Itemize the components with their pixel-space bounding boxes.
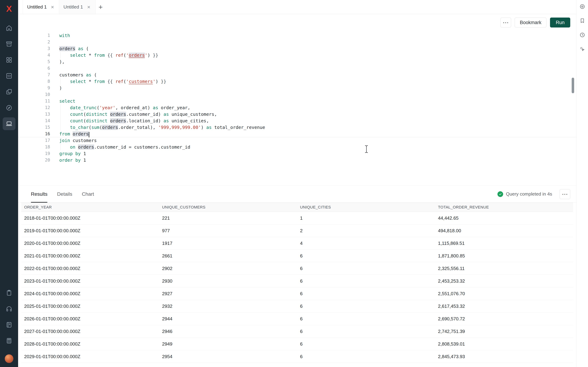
table-cell[interactable]: 494,818.00 bbox=[435, 228, 573, 234]
code-line-11[interactable]: 11select bbox=[18, 98, 576, 104]
table-cell[interactable]: 2954 bbox=[159, 354, 297, 359]
code-line-2[interactable]: 2 bbox=[18, 39, 576, 45]
code-line-14[interactable]: 14 count(distinct orders.location_id) as… bbox=[18, 117, 576, 124]
table-row[interactable]: 2022-01-01T00:00:00.000Z290262,325,556.1… bbox=[21, 262, 573, 275]
table-cell[interactable]: 6 bbox=[297, 278, 435, 284]
table-row[interactable]: 2023-01-01T00:00:00.000Z293062,453,253.3… bbox=[21, 275, 573, 287]
table-cell[interactable]: 6 bbox=[297, 266, 435, 271]
table-cell[interactable]: 6 bbox=[297, 304, 435, 309]
table-cell[interactable]: 6 bbox=[297, 329, 435, 334]
table-row[interactable]: 2021-01-01T00:00:00.000Z266161,871,800.8… bbox=[21, 250, 573, 262]
table-cell[interactable]: 1,115,869.51 bbox=[435, 241, 573, 246]
table-cell[interactable]: 2025-01-01T00:00:00.000Z bbox=[21, 304, 159, 309]
table-cell[interactable]: 44,442.65 bbox=[435, 215, 573, 221]
app-logo[interactable]: X bbox=[3, 3, 15, 15]
table-cell[interactable]: 2027-01-01T00:00:00.000Z bbox=[21, 329, 159, 334]
table-cell[interactable]: 2023-01-01T00:00:00.000Z bbox=[21, 278, 159, 284]
sql-editor[interactable]: 1with23orders as (4 select * from {{ ref… bbox=[18, 31, 576, 185]
table-cell[interactable]: 2026-01-01T00:00:00.000Z bbox=[21, 316, 159, 322]
table-cell[interactable]: 2,325,556.11 bbox=[435, 266, 573, 271]
code-line-15[interactable]: 15 to_char(sum(orders.order_total), '999… bbox=[18, 124, 576, 131]
header-cell[interactable]: TOTAL_ORDER_REVENUE bbox=[435, 205, 573, 209]
table-cell[interactable]: 4 bbox=[297, 241, 435, 246]
table-cell[interactable]: 2,551,076.70 bbox=[435, 291, 573, 296]
table-cell[interactable]: 1,871,800.85 bbox=[435, 253, 573, 259]
code-line-20[interactable]: 20order by 1 bbox=[18, 157, 576, 163]
table-cell[interactable]: 2902 bbox=[159, 266, 297, 271]
rail-item-code[interactable] bbox=[3, 69, 16, 82]
table-cell[interactable]: 1 bbox=[297, 215, 435, 221]
code-line-6[interactable]: 6 bbox=[18, 65, 576, 72]
code-line-3[interactable]: 3orders as ( bbox=[18, 45, 576, 52]
rail-item-terminal[interactable] bbox=[3, 117, 16, 130]
table-cell[interactable]: 2021-01-01T00:00:00.000Z bbox=[21, 253, 159, 259]
results-tab-chart[interactable]: Chart bbox=[82, 186, 94, 202]
results-tab-results[interactable]: Results bbox=[31, 186, 47, 202]
code-line-17[interactable]: 17join customers bbox=[18, 137, 576, 144]
right-rail-history[interactable] bbox=[578, 31, 586, 39]
table-row[interactable]: 2019-01-01T00:00:00.000Z9772494,818.00 bbox=[21, 225, 573, 237]
table-cell[interactable]: 2030-01-01T00:00:00.000Z bbox=[21, 367, 159, 367]
code-line-1[interactable]: 1with bbox=[18, 32, 576, 39]
table-cell[interactable]: 2,690,570.72 bbox=[435, 316, 573, 322]
table-cell[interactable]: 2946 bbox=[159, 329, 297, 334]
table-cell[interactable]: 977 bbox=[159, 228, 297, 234]
rail-item-calculator[interactable] bbox=[3, 334, 16, 347]
table-cell[interactable]: 6 bbox=[297, 253, 435, 259]
code-line-7[interactable]: 7customers as ( bbox=[18, 72, 576, 78]
table-cell[interactable]: 2879 bbox=[159, 367, 297, 367]
code-line-16[interactable]: 16from orders bbox=[18, 131, 576, 137]
rail-item-support[interactable] bbox=[3, 302, 16, 315]
new-tab-button[interactable]: + bbox=[95, 4, 106, 11]
code-line-8[interactable]: 8 select * from {{ ref('customers') }} bbox=[18, 78, 576, 85]
table-cell[interactable]: 2,453,253.32 bbox=[435, 278, 573, 284]
table-cell[interactable]: 2018-01-01T00:00:00.000Z bbox=[21, 215, 159, 221]
right-rail-assistant[interactable] bbox=[578, 2, 586, 11]
table-cell[interactable]: 2932 bbox=[159, 304, 297, 309]
table-row[interactable]: 2030-01-01T00:00:00.000Z287961,841,049.3… bbox=[21, 363, 573, 367]
table-cell[interactable]: 2,808,539.01 bbox=[435, 341, 573, 347]
results-more-button[interactable]: ⋯ bbox=[560, 189, 570, 199]
header-cell[interactable]: UNIQUE_CUSTOMERS bbox=[159, 205, 297, 209]
table-row[interactable]: 2026-01-01T00:00:00.000Z294462,690,570.7… bbox=[21, 313, 573, 325]
right-rail-bookmarks[interactable] bbox=[578, 17, 586, 25]
rail-item-warehouse[interactable] bbox=[3, 38, 16, 50]
code-line-10[interactable]: 10 bbox=[18, 91, 576, 98]
code-line-19[interactable]: 19group by 1 bbox=[18, 150, 576, 157]
code-line-12[interactable]: 12 date_trunc('year', ordered_at) as ord… bbox=[18, 104, 576, 111]
header-cell[interactable]: UNIQUE_CITIES bbox=[297, 205, 435, 209]
editor-tab-1[interactable]: Untitled 1× bbox=[23, 0, 59, 14]
table-cell[interactable]: 2029-01-01T00:00:00.000Z bbox=[21, 354, 159, 359]
bookmark-button[interactable]: Bookmark bbox=[515, 17, 547, 27]
tab-close-icon[interactable]: × bbox=[50, 4, 55, 10]
table-row[interactable]: 2018-01-01T00:00:00.000Z221144,442.65 bbox=[21, 212, 573, 225]
table-cell[interactable]: 221 bbox=[159, 215, 297, 221]
rail-item-windows[interactable] bbox=[3, 85, 16, 98]
table-cell[interactable]: 2 bbox=[297, 228, 435, 234]
table-cell[interactable]: 1,841,049.32 bbox=[435, 367, 573, 367]
table-row[interactable]: 2029-01-01T00:00:00.000Z295462,845,473.9… bbox=[21, 350, 573, 363]
right-rail-cursor[interactable] bbox=[578, 45, 586, 53]
table-cell[interactable]: 6 bbox=[297, 291, 435, 296]
table-cell[interactable]: 2022-01-01T00:00:00.000Z bbox=[21, 266, 159, 271]
user-avatar[interactable] bbox=[5, 354, 14, 363]
table-cell[interactable]: 2944 bbox=[159, 316, 297, 322]
results-tab-details[interactable]: Details bbox=[57, 186, 72, 202]
rail-item-explore[interactable] bbox=[3, 101, 16, 114]
table-cell[interactable]: 2020-01-01T00:00:00.000Z bbox=[21, 241, 159, 246]
table-cell[interactable]: 6 bbox=[297, 367, 435, 367]
table-cell[interactable]: 6 bbox=[297, 354, 435, 359]
table-cell[interactable]: 2024-01-01T00:00:00.000Z bbox=[21, 291, 159, 296]
editor-scrollbar-thumb[interactable] bbox=[572, 78, 574, 93]
table-cell[interactable]: 2,617,453.32 bbox=[435, 304, 573, 309]
table-cell[interactable]: 6 bbox=[297, 316, 435, 322]
rail-item-clipboard[interactable] bbox=[3, 286, 16, 299]
rail-item-notebook[interactable] bbox=[3, 318, 16, 331]
code-line-5[interactable]: 5), bbox=[18, 58, 576, 65]
table-row[interactable]: 2020-01-01T00:00:00.000Z191741,115,869.5… bbox=[21, 237, 573, 250]
table-cell[interactable]: 2,845,473.93 bbox=[435, 354, 573, 359]
table-cell[interactable]: 2,742,751.39 bbox=[435, 329, 573, 334]
editor-tab-2[interactable]: Untitled 1× bbox=[59, 0, 95, 14]
code-line-4[interactable]: 4 select * from {{ ref('orders') }} bbox=[18, 52, 576, 58]
table-cell[interactable]: 1917 bbox=[159, 241, 297, 246]
